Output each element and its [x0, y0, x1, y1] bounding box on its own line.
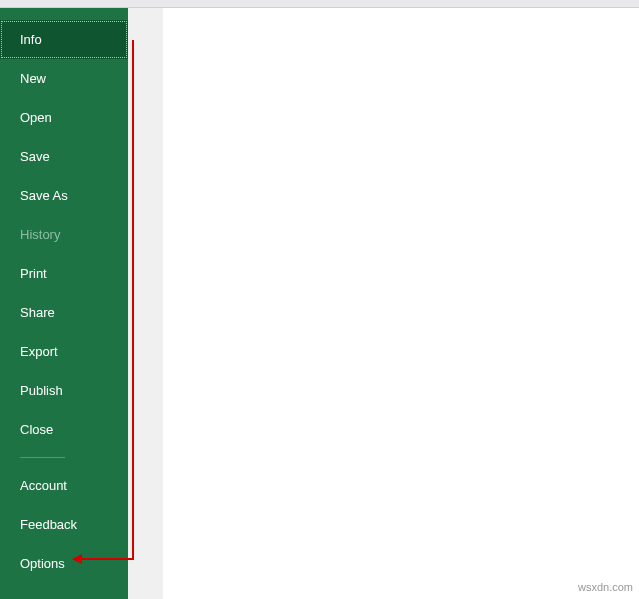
sidebar-item-label: Open	[20, 110, 52, 125]
sidebar-item-new[interactable]: New	[0, 59, 128, 98]
sidebar-item-close[interactable]: Close	[0, 410, 128, 449]
sidebar-item-account[interactable]: Account	[0, 466, 128, 505]
annotation-line-vertical	[132, 40, 134, 560]
sidebar-item-save[interactable]: Save	[0, 137, 128, 176]
sidebar-item-publish[interactable]: Publish	[0, 371, 128, 410]
backstage-sidebar: Info New Open Save Save As History Print…	[0, 8, 128, 599]
sidebar-separator	[20, 457, 65, 458]
sidebar-item-label: Publish	[20, 383, 63, 398]
sidebar-item-label: Print	[20, 266, 47, 281]
sidebar-item-info[interactable]: Info	[0, 20, 128, 59]
sidebar-item-open[interactable]: Open	[0, 98, 128, 137]
sidebar-item-label: Info	[20, 32, 42, 47]
sidebar-item-label: History	[20, 227, 60, 242]
sidebar-item-history: History	[0, 215, 128, 254]
window-top-bar	[0, 0, 639, 8]
sidebar-item-label: Options	[20, 556, 65, 571]
backstage-container: Info New Open Save Save As History Print…	[0, 8, 639, 599]
sidebar-item-label: Save As	[20, 188, 68, 203]
annotation-line-horizontal	[80, 558, 134, 560]
sidebar-item-print[interactable]: Print	[0, 254, 128, 293]
watermark-text: wsxdn.com	[578, 581, 633, 593]
sidebar-item-label: Feedback	[20, 517, 77, 532]
sidebar-item-label: Account	[20, 478, 67, 493]
sidebar-item-label: Export	[20, 344, 58, 359]
annotation-arrow-icon	[72, 554, 82, 564]
sidebar-item-share[interactable]: Share	[0, 293, 128, 332]
content-area	[163, 8, 639, 599]
sidebar-item-label: Share	[20, 305, 55, 320]
sidebar-item-feedback[interactable]: Feedback	[0, 505, 128, 544]
sidebar-item-options[interactable]: Options	[0, 544, 128, 583]
sidebar-item-export[interactable]: Export	[0, 332, 128, 371]
sidebar-item-label: Save	[20, 149, 50, 164]
sidebar-item-label: New	[20, 71, 46, 86]
sidebar-item-label: Close	[20, 422, 53, 437]
sidebar-item-save-as[interactable]: Save As	[0, 176, 128, 215]
